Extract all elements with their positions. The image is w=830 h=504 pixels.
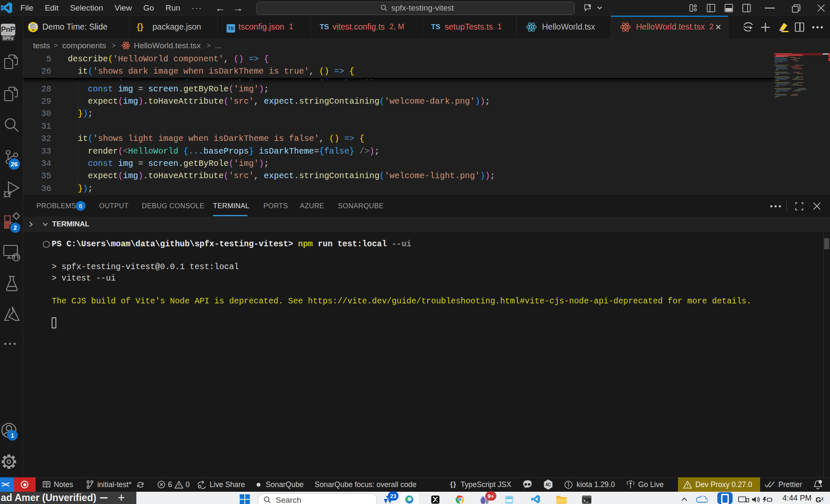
svg-text:4C: 4C (546, 482, 551, 487)
